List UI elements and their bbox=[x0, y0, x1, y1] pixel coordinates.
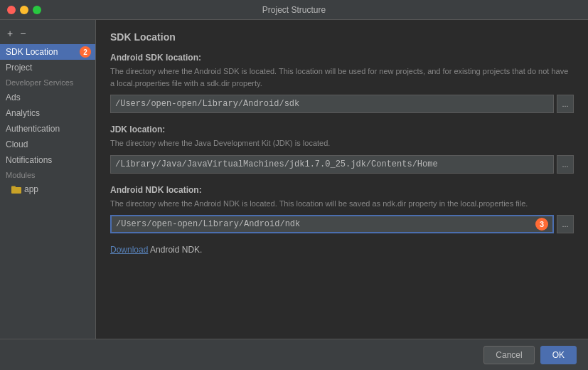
sidebar-item-notifications[interactable]: Notifications bbox=[0, 152, 95, 168]
window-title: Project Structure bbox=[262, 5, 326, 15]
sidebar-item-ads[interactable]: Ads bbox=[0, 90, 95, 105]
sidebar-toolbar: + − bbox=[0, 26, 95, 44]
download-row: Download Android NDK. bbox=[110, 245, 574, 255]
ok-button[interactable]: OK bbox=[540, 346, 577, 364]
maximize-button[interactable] bbox=[33, 6, 41, 14]
android-sdk-browse[interactable]: ... bbox=[557, 95, 574, 113]
jdk-browse[interactable]: ... bbox=[557, 155, 574, 174]
android-sdk-desc: The directory where the Android SDK is l… bbox=[110, 65, 574, 89]
jdk-input-row: ... bbox=[110, 155, 574, 174]
jdk-label: JDK location: bbox=[110, 125, 574, 134]
download-suffix: Android NDK. bbox=[148, 245, 202, 255]
app-label: app bbox=[24, 184, 38, 194]
cancel-button[interactable]: Cancel bbox=[483, 346, 534, 364]
android-ndk-input[interactable] bbox=[110, 215, 554, 233]
content-area: SDK Location Android SDK location: The d… bbox=[96, 20, 588, 339]
android-ndk-label: Android NDK location: bbox=[110, 185, 574, 195]
sidebar-item-analytics[interactable]: Analytics bbox=[0, 105, 95, 121]
sidebar-item-cloud[interactable]: Cloud bbox=[0, 137, 95, 152]
svg-rect-1 bbox=[11, 186, 16, 189]
analytics-label: Analytics bbox=[6, 108, 40, 118]
sdk-location-label: SDK Location bbox=[6, 47, 58, 57]
jdk-desc: The directory where the Java Development… bbox=[110, 137, 574, 149]
window-controls[interactable] bbox=[7, 6, 41, 14]
notifications-label: Notifications bbox=[6, 155, 52, 165]
ads-label: Ads bbox=[6, 92, 21, 102]
android-ndk-browse[interactable]: ... bbox=[557, 215, 574, 233]
android-sdk-section: Android SDK location: The directory wher… bbox=[110, 53, 574, 113]
sidebar-item-authentication[interactable]: Authentication bbox=[0, 121, 95, 137]
developer-services-section: Developer Services bbox=[0, 75, 95, 90]
sidebar-item-project[interactable]: Project bbox=[0, 60, 95, 75]
bottom-bar: Cancel OK bbox=[0, 339, 588, 370]
title-bar: Project Structure bbox=[0, 0, 588, 20]
folder-icon bbox=[11, 185, 21, 194]
close-button[interactable] bbox=[7, 6, 16, 14]
jdk-input[interactable] bbox=[110, 155, 554, 174]
android-sdk-input[interactable] bbox=[110, 95, 554, 113]
sidebar: + − SDK Location 2 Project Developer Ser… bbox=[0, 20, 96, 339]
cloud-label: Cloud bbox=[6, 139, 28, 149]
project-label: Project bbox=[6, 63, 32, 73]
android-sdk-input-row: ... bbox=[110, 95, 574, 113]
sdk-location-badge: 2 bbox=[80, 46, 91, 58]
minimize-button[interactable] bbox=[20, 6, 28, 14]
android-ndk-input-row: 3 ... bbox=[110, 215, 574, 233]
ndk-input-wrapper: 3 bbox=[110, 215, 554, 233]
download-link[interactable]: Download bbox=[110, 245, 148, 255]
jdk-section: JDK location: The directory where the Ja… bbox=[110, 125, 574, 174]
content-title: SDK Location bbox=[110, 31, 574, 43]
modules-section: Modules bbox=[0, 168, 95, 182]
android-ndk-section: Android NDK location: The directory wher… bbox=[110, 185, 574, 255]
main-container: + − SDK Location 2 Project Developer Ser… bbox=[0, 20, 588, 339]
android-ndk-desc: The directory where the Android NDK is l… bbox=[110, 198, 574, 210]
add-button[interactable]: + bbox=[6, 28, 14, 38]
android-sdk-label: Android SDK location: bbox=[110, 53, 574, 63]
authentication-label: Authentication bbox=[6, 124, 60, 134]
sidebar-item-sdk-location[interactable]: SDK Location 2 bbox=[0, 44, 95, 60]
modules-item-app[interactable]: app bbox=[0, 182, 95, 196]
remove-button[interactable]: − bbox=[18, 28, 27, 38]
